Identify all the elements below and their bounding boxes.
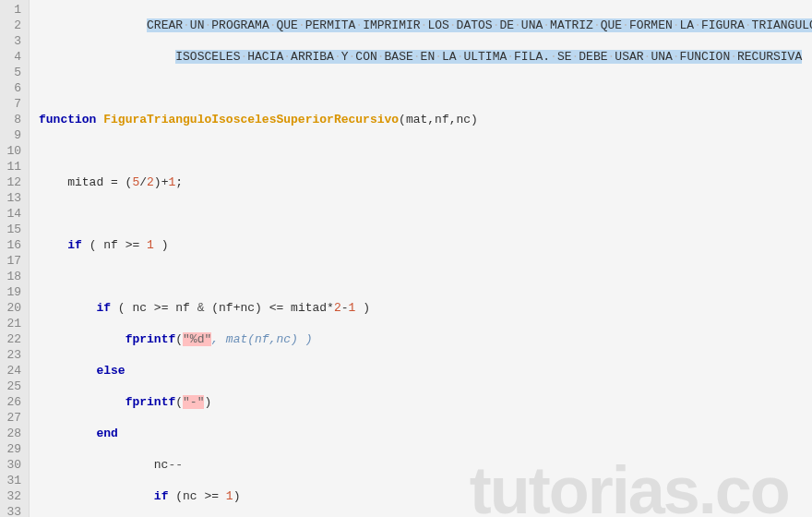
line-number: 27 (4, 410, 21, 426)
line-number: 6 (4, 80, 21, 96)
line-number: 21 (4, 316, 21, 331)
code-line (39, 143, 812, 159)
line-number: 26 (4, 394, 21, 410)
code-line: end (39, 426, 812, 441)
code-line: fprintf("-") (39, 394, 812, 410)
line-number: 11 (4, 159, 21, 174)
line-number: 31 (4, 473, 21, 488)
line-number: 22 (4, 331, 21, 347)
code-line (39, 206, 812, 222)
code-line: else (39, 363, 812, 379)
line-gutter: 1 2 3 4 5 6 7 8 9 10 11 12 13 14 15 16 1… (0, 0, 30, 517)
line-number: 4 (4, 49, 21, 65)
code-editor: 1 2 3 4 5 6 7 8 9 10 11 12 13 14 15 16 1… (0, 0, 812, 517)
line-number: 32 (4, 488, 21, 504)
line-number: 17 (4, 253, 21, 269)
line-number: 30 (4, 457, 21, 473)
line-number: 3 (4, 33, 21, 49)
code-line: mitad = (5/2)+1; (39, 174, 812, 190)
line-number: 24 (4, 363, 21, 379)
code-line (39, 80, 812, 96)
line-number: 12 (4, 174, 21, 190)
line-number: 20 (4, 300, 21, 316)
line-number: 13 (4, 190, 21, 206)
line-number: 5 (4, 65, 21, 80)
code-line: ISOSCELES·HACIA·ARRIBA·Y·CON·BASE·EN·LA·… (39, 49, 812, 65)
code-line: CREAR·UN·PROGRAMA·QUE·PERMITA·IMPRIMIR·L… (39, 18, 812, 33)
code-line: nc-- (39, 457, 812, 473)
line-number: 2 (4, 18, 21, 33)
line-number: 23 (4, 347, 21, 363)
line-number: 28 (4, 426, 21, 441)
line-number: 7 (4, 96, 21, 112)
code-line: if ( nf >= 1 ) (39, 237, 812, 253)
line-number: 10 (4, 143, 21, 159)
line-number: 19 (4, 284, 21, 300)
line-number: 25 (4, 379, 21, 394)
line-number: 9 (4, 127, 21, 143)
line-number: 33 (4, 504, 21, 517)
code-area[interactable]: CREAR·UN·PROGRAMA·QUE·PERMITA·IMPRIMIR·L… (30, 0, 812, 517)
line-number: 8 (4, 112, 21, 127)
code-line (39, 269, 812, 284)
line-number: 16 (4, 237, 21, 253)
code-line: fprintf("%d", mat(nf,nc) ) (39, 331, 812, 347)
line-number: 18 (4, 269, 21, 284)
line-number: 14 (4, 206, 21, 222)
line-number: 29 (4, 441, 21, 457)
line-number: 1 (4, 2, 21, 18)
line-number: 15 (4, 222, 21, 237)
code-line: function FiguraTrianguloIsoscelesSuperio… (39, 112, 812, 127)
code-line: if ( nc >= nf & (nf+nc) <= mitad*2-1 ) (39, 300, 812, 316)
code-line: if (nc >= 1) (39, 488, 812, 504)
